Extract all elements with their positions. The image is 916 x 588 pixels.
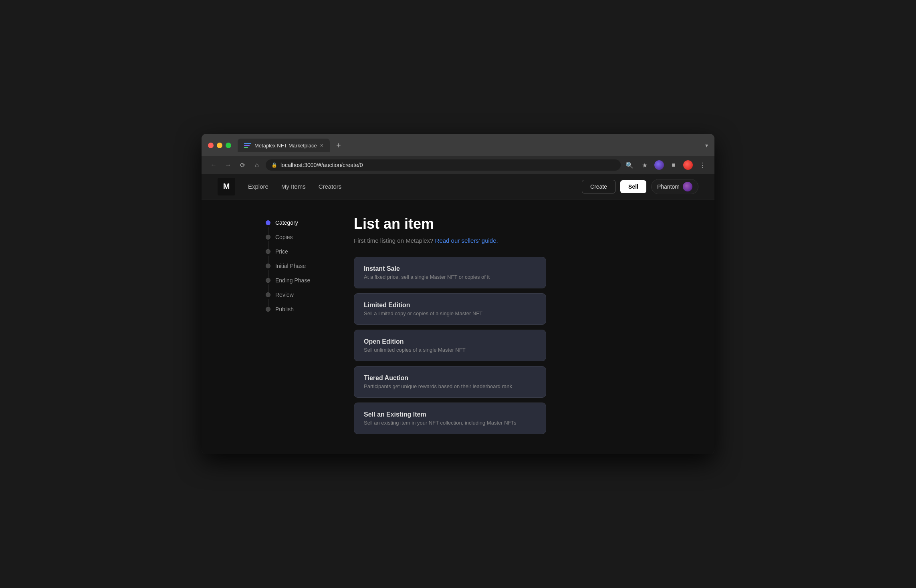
sidebar-dot-price xyxy=(266,249,270,254)
sell-existing-title: Sell an Existing Item xyxy=(364,411,536,418)
sidebar-dot-copies xyxy=(266,235,270,240)
open-edition-title: Open Edition xyxy=(364,338,536,345)
sidebar-label-price: Price xyxy=(275,248,288,255)
tab-close-button[interactable]: × xyxy=(320,143,323,148)
address-bar-row: ← → ⟳ ⌂ 🔒 localhost:3000/#/auction/creat… xyxy=(202,156,714,174)
subtitle-text: First time listing on Metaplex? xyxy=(354,237,433,244)
phantom-avatar xyxy=(683,182,692,191)
sidebar-label-ending-phase: Ending Phase xyxy=(275,277,310,284)
account-avatar[interactable] xyxy=(683,160,693,170)
phantom-label: Phantom xyxy=(657,183,680,190)
nav-right: Create Sell Phantom xyxy=(582,179,698,194)
refresh-button[interactable]: ⟳ xyxy=(237,159,248,171)
new-tab-button[interactable]: + xyxy=(333,139,344,152)
phantom-wallet-button[interactable]: Phantom xyxy=(651,179,698,194)
home-button[interactable]: ⌂ xyxy=(251,159,262,171)
nav-left: M Explore My Items Creators xyxy=(218,178,341,195)
search-icon[interactable]: 🔍 xyxy=(624,159,635,171)
page-title: List an item xyxy=(354,215,698,232)
toolbar-icons: 🔍 ★ ■ ⋮ xyxy=(624,159,708,171)
sidebar-item-review[interactable]: Review xyxy=(266,288,330,302)
category-card-open-edition[interactable]: Open Edition Sell unlimited copies of a … xyxy=(354,330,546,361)
window-controls xyxy=(208,143,231,148)
browser-window: Metaplex NFT Marketplace × + ▾ ← → ⟳ ⌂ 🔒… xyxy=(202,134,714,454)
app-content: M Explore My Items Creators Create Sell … xyxy=(202,174,714,454)
sidebar-item-ending-phase[interactable]: Ending Phase xyxy=(266,273,330,288)
sidebar-label-publish: Publish xyxy=(275,306,294,312)
sidebar-item-copies[interactable]: Copies xyxy=(266,230,330,244)
title-bar: Metaplex NFT Marketplace × + ▾ xyxy=(202,134,714,156)
nav-explore[interactable]: Explore xyxy=(248,183,268,190)
limited-edition-desc: Sell a limited copy or copies of a singl… xyxy=(364,310,536,316)
active-tab[interactable]: Metaplex NFT Marketplace × xyxy=(238,139,330,152)
instant-sale-desc: At a fixed price, sell a single Master N… xyxy=(364,274,536,280)
sidebar-label-category: Category xyxy=(275,219,298,226)
minimize-button[interactable] xyxy=(217,143,222,148)
open-edition-desc: Sell unlimited copies of a single Master… xyxy=(364,347,536,353)
category-card-sell-existing[interactable]: Sell an Existing Item Sell an existing i… xyxy=(354,403,546,434)
page-subtitle: First time listing on Metaplex? Read our… xyxy=(354,237,698,244)
create-button[interactable]: Create xyxy=(582,180,615,193)
sidebar-dot-initial-phase xyxy=(266,264,270,268)
content-area: List an item First time listing on Metap… xyxy=(354,215,698,434)
tab-favicon xyxy=(244,142,251,149)
sellers-guide-link[interactable]: Read our sellers' guide. xyxy=(435,237,498,244)
sidebar-dot-category xyxy=(266,220,270,225)
sidebar-item-price[interactable]: Price xyxy=(266,244,330,259)
category-list: Instant Sale At a fixed price, sell a si… xyxy=(354,257,546,434)
instant-sale-title: Instant Sale xyxy=(364,265,536,272)
limited-edition-title: Limited Edition xyxy=(364,302,536,309)
category-card-limited-edition[interactable]: Limited Edition Sell a limited copy or c… xyxy=(354,293,546,325)
lock-icon: 🔒 xyxy=(271,162,277,168)
sell-button[interactable]: Sell xyxy=(620,180,646,193)
profile-avatar[interactable] xyxy=(654,160,664,170)
sidebar-item-initial-phase[interactable]: Initial Phase xyxy=(266,259,330,273)
sidebar-item-publish[interactable]: Publish xyxy=(266,302,330,316)
sidebar-label-initial-phase: Initial Phase xyxy=(275,263,306,269)
address-field[interactable]: 🔒 localhost:3000/#/auction/create/0 xyxy=(266,159,621,171)
logo[interactable]: M xyxy=(218,178,235,195)
forward-button[interactable]: → xyxy=(222,159,234,171)
sidebar-dot-review xyxy=(266,292,270,297)
menu-icon[interactable]: ⋮ xyxy=(697,159,708,171)
url-text: localhost:3000/#/auction/create/0 xyxy=(280,162,363,168)
sidebar-label-copies: Copies xyxy=(275,234,293,240)
sidebar-dot-ending-phase xyxy=(266,278,270,283)
extensions-icon[interactable]: ■ xyxy=(668,159,679,171)
maximize-button[interactable] xyxy=(226,143,231,148)
star-icon[interactable]: ★ xyxy=(639,159,650,171)
tab-title: Metaplex NFT Marketplace xyxy=(254,143,317,149)
close-button[interactable] xyxy=(208,143,214,148)
top-nav: M Explore My Items Creators Create Sell … xyxy=(202,174,714,199)
tab-dropdown-icon[interactable]: ▾ xyxy=(705,142,708,149)
sidebar: Category Copies Price Initial Phase Endi… xyxy=(266,215,330,434)
category-card-tiered-auction[interactable]: Tiered Auction Participants get unique r… xyxy=(354,366,546,398)
back-button[interactable]: ← xyxy=(208,159,219,171)
sidebar-item-category[interactable]: Category xyxy=(266,215,330,230)
tiered-auction-desc: Participants get unique rewards based on… xyxy=(364,383,536,389)
sidebar-dot-publish xyxy=(266,307,270,312)
category-card-instant-sale[interactable]: Instant Sale At a fixed price, sell a si… xyxy=(354,257,546,288)
main-layout: Category Copies Price Initial Phase Endi… xyxy=(202,199,714,450)
nav-creators[interactable]: Creators xyxy=(319,183,342,190)
tab-bar: Metaplex NFT Marketplace × + ▾ xyxy=(238,139,708,152)
tiered-auction-title: Tiered Auction xyxy=(364,375,536,382)
sidebar-label-review: Review xyxy=(275,292,294,298)
nav-my-items[interactable]: My Items xyxy=(281,183,306,190)
sell-existing-desc: Sell an existing item in your NFT collec… xyxy=(364,420,536,426)
